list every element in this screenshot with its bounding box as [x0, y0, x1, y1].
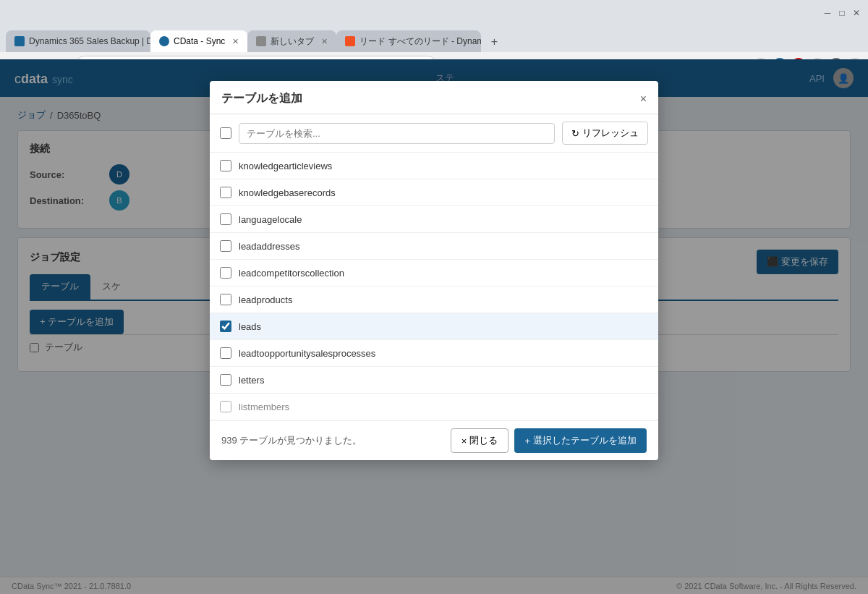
item-checkbox-9[interactable] [220, 401, 231, 412]
tab3-close[interactable]: ✕ [321, 37, 328, 46]
tab-1[interactable]: Dynamics 365 Sales Backup | Dyn ✕ [6, 30, 150, 52]
tab-4[interactable]: リード すべてのリード - Dynamics 365 ✕ [336, 30, 481, 52]
item-checkbox-6[interactable] [220, 321, 231, 332]
list-item[interactable]: leadproducts [210, 287, 658, 313]
item-label-8: letters [239, 375, 264, 386]
table-count: 939 テーブルが見つかりました。 [221, 434, 362, 447]
select-all-checkbox[interactable] [220, 127, 231, 139]
refresh-button[interactable]: ↻ リフレッシュ [562, 122, 648, 145]
list-item[interactable]: knowledgebaserecords [210, 179, 658, 206]
tab2-close[interactable]: ✕ [232, 37, 239, 46]
tab2-label: CData - Sync [174, 36, 225, 46]
browser-chrome: ─ □ ✕ Dynamics 365 Sales Backup | Dyn ✕ … [0, 0, 868, 59]
list-item[interactable]: languagelocale [210, 206, 658, 233]
minimize-button[interactable]: ─ [822, 7, 833, 19]
item-label-2: languagelocale [239, 214, 302, 225]
item-checkbox-7[interactable] [220, 347, 231, 359]
item-checkbox-1[interactable] [220, 187, 231, 198]
add-table-modal: テーブルを追加 × ↻ リフレッシュ knowledgearticleviews… [210, 81, 658, 460]
footer-actions: × 閉じる + 選択したテーブルを追加 [451, 428, 647, 453]
item-label-1: knowledgebaserecords [239, 187, 336, 198]
tab2-favicon [159, 36, 169, 46]
modal-search-row: ↻ リフレッシュ [210, 114, 658, 153]
add-selected-icon: + [524, 436, 530, 446]
modal-title: テーブルを追加 [221, 91, 302, 106]
title-bar: ─ □ ✕ [0, 0, 868, 26]
item-checkbox-5[interactable] [220, 294, 231, 305]
tabs-bar: Dynamics 365 Sales Backup | Dyn ✕ CData … [0, 26, 868, 52]
tab4-label: リード すべてのリード - Dynamics 365 [359, 35, 481, 48]
tab-2[interactable]: CData - Sync ✕ [150, 30, 247, 52]
window-controls: ─ □ ✕ [822, 7, 862, 19]
tab4-favicon [345, 36, 355, 46]
close-button[interactable]: ✕ [851, 7, 862, 19]
close-label: 閉じる [469, 434, 498, 447]
item-checkbox-2[interactable] [220, 213, 231, 225]
tab1-favicon [14, 36, 25, 46]
add-selected-label: 選択したテーブルを追加 [533, 434, 637, 447]
refresh-label: リフレッシュ [582, 127, 639, 140]
list-item[interactable]: leadcompetitorscollection [210, 260, 658, 287]
item-checkbox-4[interactable] [220, 267, 231, 279]
add-selected-button[interactable]: + 選択したテーブルを追加 [514, 428, 647, 453]
tab3-label: 新しいタブ [271, 35, 314, 48]
item-label-6: leads [239, 321, 261, 332]
table-list: knowledgearticleviewsknowledgebaserecord… [210, 153, 658, 420]
list-item[interactable]: letters [210, 367, 658, 394]
maximize-button[interactable]: □ [836, 7, 848, 19]
close-modal-button[interactable]: × 閉じる [451, 428, 509, 453]
item-label-3: leadaddresses [239, 241, 300, 252]
refresh-icon: ↻ [571, 128, 579, 139]
tab-3[interactable]: 新しいタブ ✕ [247, 30, 336, 52]
modal-overlay: テーブルを追加 × ↻ リフレッシュ knowledgearticleviews… [0, 59, 868, 594]
item-checkbox-3[interactable] [220, 240, 231, 252]
item-label-5: leadproducts [239, 294, 292, 305]
new-tab-button[interactable]: + [484, 32, 504, 52]
item-label-4: leadcompetitorscollection [239, 268, 344, 279]
list-item[interactable]: leadtoopportunitysalesprocesses [210, 340, 658, 367]
tab3-favicon [256, 36, 266, 46]
tab1-label: Dynamics 365 Sales Backup | Dyn [29, 36, 150, 46]
item-label-9: listmembers [239, 402, 289, 412]
close-icon: × [461, 436, 467, 446]
modal-header: テーブルを追加 × [210, 81, 658, 114]
item-label-0: knowledgearticleviews [239, 161, 332, 171]
item-checkbox-0[interactable] [220, 160, 231, 171]
modal-close-button[interactable]: × [640, 93, 647, 106]
table-search-input[interactable] [239, 123, 555, 144]
item-label-7: leadtoopportunitysalesprocesses [239, 348, 375, 359]
item-checkbox-8[interactable] [220, 374, 231, 386]
list-item[interactable]: listmembers [210, 394, 658, 420]
list-item[interactable]: leads [210, 313, 658, 340]
modal-footer: 939 テーブルが見つかりました。 × 閉じる + 選択したテーブルを追加 [210, 420, 658, 460]
list-item[interactable]: leadaddresses [210, 233, 658, 260]
list-item[interactable]: knowledgearticleviews [210, 153, 658, 179]
